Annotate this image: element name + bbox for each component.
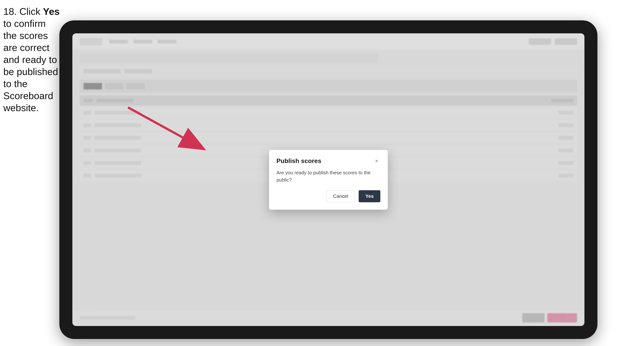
tablet-screen: Publish scores × Are you ready to publis… [72, 33, 584, 326]
publish-scores-dialog: Publish scores × Are you ready to publis… [269, 150, 388, 210]
instruction-text: 18. Click Yes to confirm the scores are … [3, 5, 61, 114]
modal-footer: Cancel Yes [276, 190, 380, 202]
modal-body-text: Are you ready to publish these scores to… [276, 169, 380, 183]
yes-button[interactable]: Yes [359, 190, 380, 202]
modal-overlay: Publish scores × Are you ready to publis… [72, 33, 584, 326]
instruction-intro: Click [20, 6, 43, 17]
modal-close-button[interactable]: × [373, 157, 380, 165]
cancel-button[interactable]: Cancel [326, 190, 355, 202]
tablet-device: Publish scores × Are you ready to publis… [59, 20, 598, 339]
instruction-rest: to confirm the scores are correct and re… [3, 18, 58, 113]
modal-title: Publish scores [276, 157, 321, 165]
step-number: 18. [3, 6, 17, 17]
modal-header: Publish scores × [276, 157, 380, 165]
yes-emphasis: Yes [43, 6, 60, 17]
